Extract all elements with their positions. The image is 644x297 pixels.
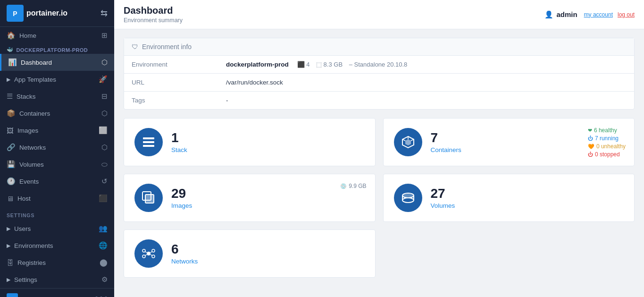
svg-point-22 <box>142 255 145 258</box>
env-value-tags: - <box>218 92 634 110</box>
sidebar-item-events[interactable]: 🕐 Events ↺ <box>0 173 114 190</box>
env-label-environment: Environment <box>124 56 218 74</box>
transfer-icon[interactable]: ⇆ <box>100 8 108 18</box>
sidebar-item-app-templates[interactable]: ▶ App Templates 🚀 <box>0 71 114 88</box>
registries-icon: 🗄 <box>7 259 14 267</box>
networks-label: Networks <box>171 258 365 265</box>
env-label-tags: Tags <box>124 92 218 110</box>
image-size: 9.9 GB <box>349 183 366 189</box>
env-info-card: 🛡 Environment info Environment dockerpla… <box>124 38 635 110</box>
content-area: 🛡 Environment info Environment dockerpla… <box>114 29 644 297</box>
svg-rect-13 <box>145 195 154 203</box>
svg-point-17 <box>402 198 414 203</box>
host-nav-icon: ⬛ <box>99 194 108 203</box>
stacks-nav-icon: ⊟ <box>101 92 108 101</box>
svg-line-26 <box>145 255 147 255</box>
images-count: 29 <box>171 187 365 201</box>
settings-section-label: SETTINGS <box>0 207 114 220</box>
containers-badges: ❤ 6 healthy ⏻ 7 running 🧡 0 unhealthy ⏻ … <box>588 127 626 158</box>
sidebar-item-environments[interactable]: ▶ Environments 🌐 <box>0 237 114 254</box>
volumes-sidebar-icon: 💾 <box>7 160 16 169</box>
svg-line-25 <box>151 252 152 253</box>
sidebar-item-registries-label: Registries <box>17 259 46 266</box>
env-meta-cpus: ⬛ 4 <box>297 61 311 68</box>
cpu-icon: ⬛ <box>297 61 305 68</box>
topbar-title-area: Dashboard Environment summary <box>124 5 183 24</box>
sidebar-item-networks[interactable]: 🔗 Networks ⬡ <box>0 139 114 156</box>
env-value-environment: dockerplatform-prod ⬛ 4 ⬚ 8.3 GB – Stand… <box>218 56 634 74</box>
env-meta-standalone: – Standalone 20.10.8 <box>349 61 408 68</box>
sidebar-item-host-label: Host <box>17 195 31 202</box>
stacks-label: Stack <box>171 146 365 153</box>
sidebar-item-dashboard-label: Dashboard <box>21 59 52 66</box>
sidebar-item-volumes[interactable]: 💾 Volumes ⬭ <box>0 156 114 173</box>
main-content: Dashboard Environment summary 👤 admin my… <box>114 0 644 297</box>
running-count: 7 running <box>595 135 619 142</box>
containers-stat-icon <box>394 128 422 156</box>
volumes-svg-icon <box>401 191 415 205</box>
stat-card-stacks[interactable]: 1 Stack <box>124 118 376 166</box>
sidebar-item-containers[interactable]: 📦 Containers ⬡ <box>0 105 114 122</box>
containers-nav-icon: ⬡ <box>101 109 108 118</box>
disk-icon: 💿 <box>340 183 347 189</box>
registries-nav-icon: ⬤ <box>100 258 108 267</box>
sidebar-item-images-label: Images <box>17 127 38 134</box>
svg-point-20 <box>142 249 145 252</box>
sidebar-item-dashboard[interactable]: 📊 Dashboard ⬡ <box>0 54 114 71</box>
sidebar-item-users[interactable]: ▶ Users 👥 <box>0 220 114 237</box>
sidebar-item-app-templates-label: App Templates <box>14 76 56 83</box>
svg-rect-2 <box>7 293 18 297</box>
badge-running: ⏻ 7 running <box>588 135 626 142</box>
app-templates-chevron: ▶ <box>7 76 10 83</box>
env-label: 🐳 DOCKERPLATFORM-PROD <box>0 44 114 54</box>
log-out-link[interactable]: log out <box>618 11 635 18</box>
sidebar-item-images[interactable]: 🖼 Images ⬜ <box>0 122 114 139</box>
stat-card-images[interactable]: 29 Images 💿 9.9 GB <box>124 174 376 222</box>
heart-healthy-icon: ❤ <box>588 127 592 134</box>
env-name: dockerplatform-prod <box>226 61 289 68</box>
stacks-stat-icon <box>134 128 163 156</box>
sidebar-item-stacks[interactable]: ☰ Stacks ⊟ <box>0 88 114 105</box>
power-stopped-icon: ⏻ <box>588 152 593 157</box>
networks-nav-icon: ⬡ <box>101 143 108 152</box>
sidebar: P portainer.io ⇆ 🏠 Home ⊞ 🐳 DOCKERPLATFO… <box>0 0 114 297</box>
svg-line-27 <box>151 255 152 255</box>
username: admin <box>556 10 577 18</box>
svg-point-21 <box>152 249 155 252</box>
stat-card-volumes[interactable]: 27 Volumes <box>383 174 635 222</box>
user-avatar-icon: 👤 <box>544 10 553 19</box>
stats-grid: 1 Stack 7 Containers <box>124 118 635 278</box>
svg-text:P: P <box>13 10 17 17</box>
sidebar-item-host[interactable]: 🖥 Host ⬛ <box>0 190 114 207</box>
env-row-environment: Environment dockerplatform-prod ⬛ 4 ⬚ 8.… <box>124 56 634 74</box>
sidebar-item-registries[interactable]: 🗄 Registries ⬤ <box>0 254 114 271</box>
healthy-count: 6 healthy <box>594 127 617 134</box>
sidebar-item-home[interactable]: 🏠 Home ⊞ <box>0 27 114 44</box>
sidebar-nav: 🏠 Home ⊞ 🐳 DOCKERPLATFORM-PROD 📊 Dashboa… <box>0 27 114 288</box>
sidebar-item-stacks-label: Stacks <box>17 93 36 100</box>
my-account-link[interactable]: my account <box>584 11 613 18</box>
stat-card-containers[interactable]: 7 Containers ❤ 6 healthy ⏻ 7 running 🧡 0… <box>383 118 635 166</box>
sidebar-item-home-label: Home <box>19 32 36 39</box>
topbar-user: 👤 admin my account log out <box>544 10 635 19</box>
containers-sidebar-icon: 📦 <box>7 109 16 118</box>
volumes-label: Volumes <box>431 202 624 209</box>
users-icon: 👥 <box>99 224 108 233</box>
events-icon: 🕐 <box>7 177 16 186</box>
env-value-url: /var/run/docker.sock <box>218 74 634 92</box>
env-info-table: Environment dockerplatform-prod ⬛ 4 ⬚ 8.… <box>124 56 634 109</box>
volumes-stat-info: 27 Volumes <box>431 187 624 209</box>
networks-sidebar-icon: 🔗 <box>7 143 16 152</box>
home-icon: 🏠 <box>7 31 16 40</box>
networks-count: 6 <box>171 242 365 257</box>
environments-chevron: ▶ <box>7 243 10 249</box>
stat-card-networks[interactable]: 6 Networks <box>124 229 376 278</box>
sidebar-item-settings-label: Settings <box>14 276 37 283</box>
settings-icon: ⚙ <box>101 275 108 284</box>
sidebar-item-settings[interactable]: ▶ Settings ⚙ <box>0 271 114 288</box>
user-info: 👤 admin <box>544 10 577 19</box>
volumes-count: 27 <box>431 187 624 201</box>
env-row-url: URL /var/run/docker.sock <box>124 74 634 92</box>
page-title: Dashboard <box>124 5 183 16</box>
portainer-logo-icon: P <box>7 5 24 22</box>
